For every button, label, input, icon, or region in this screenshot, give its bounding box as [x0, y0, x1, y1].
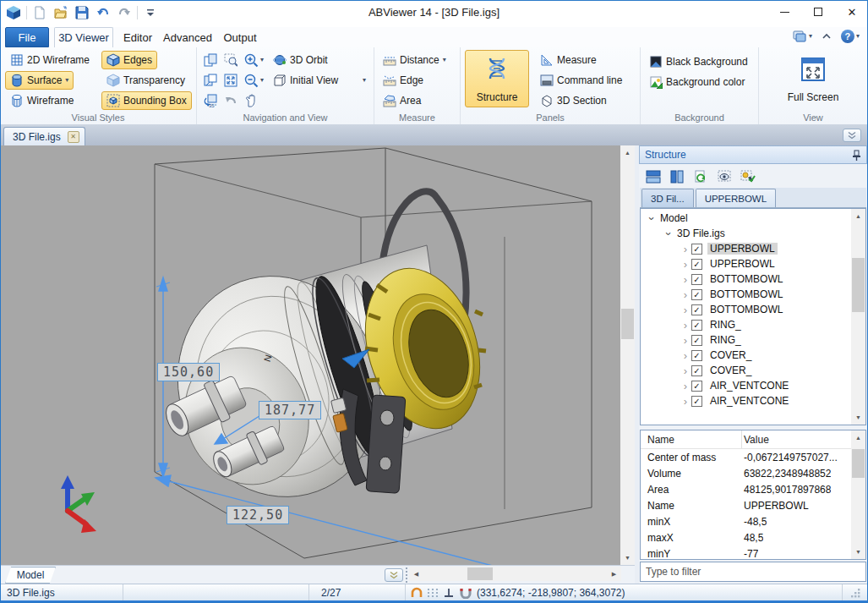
copy-view-button[interactable] — [201, 51, 220, 69]
grid-snap-icon[interactable] — [427, 587, 439, 599]
zoom-out-caret[interactable]: ▾ — [260, 77, 264, 84]
collapsed-chevron-icon[interactable]: › — [680, 396, 691, 407]
scroll-up-icon[interactable]: ▲ — [851, 430, 865, 445]
tree-item[interactable]: ›✓UPPERBOWL — [641, 241, 851, 256]
property-row[interactable]: Volume63822,2348948852 — [641, 465, 865, 481]
edges-button[interactable]: Edges — [101, 51, 157, 69]
initial-view-caret[interactable]: ▾ — [363, 77, 366, 84]
edge-button[interactable]: Edge — [378, 71, 429, 90]
scroll-left-icon[interactable]: ◀ — [409, 567, 423, 581]
tree-item[interactable]: ›✓AIR_VENTCONE — [641, 393, 851, 408]
tree-item-label[interactable]: 3D File.igs — [674, 227, 728, 239]
tree-item-label[interactable]: AIR_VENTCONE — [707, 395, 791, 407]
distance-button[interactable]: Distance ▾ — [378, 51, 451, 69]
collapsed-chevron-icon[interactable]: › — [680, 350, 691, 361]
scroll-up-icon[interactable]: ▲ — [620, 145, 635, 160]
collapsed-chevron-icon[interactable]: › — [680, 259, 691, 270]
visibility-checkbox[interactable]: ✓ — [691, 320, 702, 331]
zoom-in-button[interactable] — [242, 51, 260, 69]
visibility-checkbox[interactable]: ✓ — [691, 365, 702, 376]
tree-item-label[interactable]: BOTTOMBOWL — [707, 304, 785, 315]
props-vscrollbar[interactable]: ▲ ▼ — [851, 430, 865, 559]
document-tab[interactable]: 3D File.igs ✕ — [3, 127, 85, 145]
tree-item-label[interactable]: UPPERBOWL — [707, 243, 778, 255]
viewport-canvas[interactable]: N — [0, 145, 620, 565]
tree-vscrollbar[interactable]: ▲ ▼ — [851, 209, 865, 425]
split-horizontal-button[interactable] — [644, 167, 663, 186]
close-button[interactable]: ✕ — [843, 3, 861, 20]
property-row[interactable]: NameUPPERBOWL — [641, 497, 865, 513]
split-vertical-button[interactable] — [668, 167, 686, 186]
structure-tab-file[interactable]: 3D Fil... — [641, 189, 694, 207]
3d-section-button[interactable]: 3D Section — [535, 91, 612, 110]
zoom-out-button[interactable] — [242, 71, 260, 90]
vscroll-thumb[interactable] — [621, 309, 634, 339]
tree-item[interactable]: ›✓BOTTOMBOWL — [641, 287, 851, 302]
viewport-hscrollbar[interactable]: ◀ ▶ — [409, 567, 621, 581]
property-row[interactable]: Area48125,9017897868 — [641, 481, 865, 497]
paste-view-button[interactable] — [201, 71, 220, 90]
property-row[interactable]: minY-77 — [641, 545, 865, 560]
structure-panel-button[interactable]: Structure — [465, 50, 529, 107]
visibility-checkbox[interactable]: ✓ — [691, 289, 702, 300]
viewport-vscrollbar[interactable]: ▲ ▼ — [620, 145, 635, 565]
tree-node-file[interactable]: ›3D File.igs — [641, 226, 851, 241]
tree-scroll-thumb[interactable] — [852, 258, 865, 312]
tab-output[interactable]: Output — [218, 27, 262, 47]
show-selected-button[interactable] — [715, 167, 734, 186]
background-color-button[interactable]: Background color — [644, 73, 750, 91]
collapsed-chevron-icon[interactable]: › — [680, 365, 691, 376]
tree-item[interactable]: ›✓AIR_VENTCONE — [641, 378, 851, 393]
maximize-button[interactable] — [809, 3, 827, 20]
pan-hand-button[interactable] — [242, 91, 260, 110]
pin-icon[interactable] — [852, 150, 861, 161]
fit-to-window-button[interactable] — [221, 71, 240, 90]
filter-input[interactable] — [640, 562, 866, 582]
tree-item-label[interactable]: COVER_ — [707, 349, 754, 361]
orbit-mode-icon[interactable] — [411, 587, 423, 599]
zoom-in-caret[interactable]: ▾ — [260, 57, 264, 63]
scroll-right-icon[interactable]: ▶ — [607, 567, 621, 581]
initial-view-button[interactable]: Initial View — [268, 71, 343, 90]
select-entities-button[interactable] — [739, 167, 757, 186]
3d-orbit-button[interactable]: 3D Orbit — [268, 51, 333, 69]
ribbon-collapse-button[interactable] — [821, 31, 833, 41]
expanded-chevron-icon[interactable]: › — [647, 212, 658, 224]
layout-tab-model[interactable]: Model — [5, 567, 56, 584]
tree-item-label[interactable]: UPPERBOWL — [707, 258, 778, 270]
tree-root-model[interactable]: ›Model — [641, 211, 851, 226]
full-screen-button[interactable]: Full Screen — [783, 50, 843, 107]
previous-view-button[interactable] — [221, 91, 240, 110]
area-button[interactable]: Area — [378, 91, 426, 110]
visibility-checkbox[interactable]: ✓ — [691, 244, 702, 255]
snap-magnet-icon[interactable] — [459, 587, 472, 599]
visibility-checkbox[interactable]: ✓ — [691, 304, 702, 315]
minimize-button[interactable] — [775, 3, 794, 20]
tree-item-label[interactable]: RING_ — [707, 319, 744, 331]
measure-panel-button[interactable]: Measure — [535, 51, 602, 69]
tree-item[interactable]: ›✓COVER_ — [641, 348, 851, 363]
wireframe-button[interactable]: Wireframe — [5, 91, 79, 110]
viewport[interactable]: N 150,60 187,77 122,50 — [0, 145, 620, 565]
property-row[interactable]: Center of mass-0,0672149757027... — [641, 449, 865, 465]
tree-item[interactable]: ›✓RING_ — [641, 317, 851, 332]
scroll-down-icon[interactable]: ▼ — [851, 410, 865, 425]
tree-item-label[interactable]: COVER_ — [707, 365, 754, 376]
collapsed-chevron-icon[interactable]: › — [680, 289, 691, 300]
ortho-mode-icon[interactable] — [443, 587, 455, 599]
surface-button[interactable]: Surface ▾ — [5, 71, 74, 90]
tree-item[interactable]: ›✓RING_ — [641, 332, 851, 348]
structure-panel-header[interactable]: Structure — [639, 145, 867, 164]
collapsed-chevron-icon[interactable]: › — [680, 244, 691, 255]
black-background-button[interactable]: Black Background — [644, 52, 753, 71]
scroll-up-icon[interactable]: ▲ — [851, 209, 865, 223]
scroll-down-icon[interactable]: ▼ — [851, 545, 865, 559]
structure-tab-upperbowl[interactable]: UPPERBOWL — [696, 189, 777, 207]
tab-advanced[interactable]: Advanced — [161, 27, 215, 47]
help-button[interactable]: ? ▾ — [841, 30, 860, 43]
visibility-checkbox[interactable]: ✓ — [691, 381, 702, 392]
expanded-chevron-icon[interactable]: › — [663, 227, 674, 239]
collapsed-chevron-icon[interactable]: › — [680, 320, 691, 331]
2d-wireframe-button[interactable]: 2D Wireframe — [5, 51, 95, 69]
tree-item-label[interactable]: BOTTOMBOWL — [707, 288, 785, 300]
